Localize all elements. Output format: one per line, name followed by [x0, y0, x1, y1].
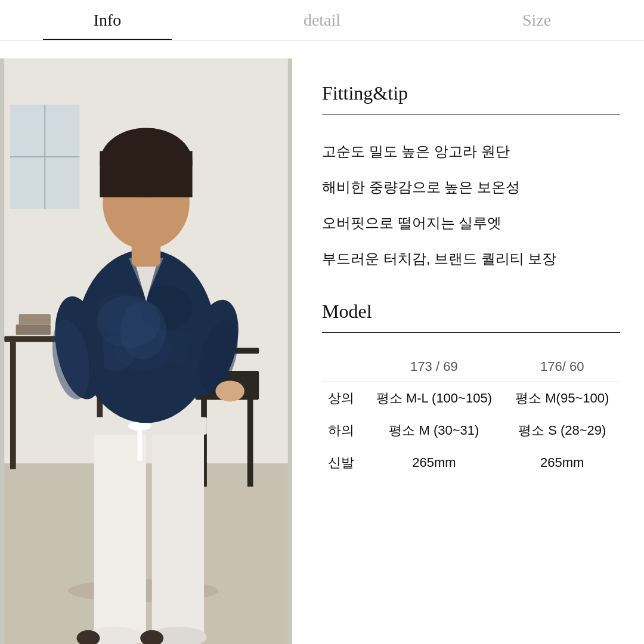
fitting-divider	[322, 114, 620, 114]
table-header-empty	[322, 352, 364, 382]
svg-rect-42	[16, 324, 51, 335]
fitting-item-4: 부드러운 터치감, 브랜드 퀄리티 보장	[322, 241, 620, 277]
table-header-col1: 173 / 69	[364, 352, 504, 382]
table-row-sinbal: 신발 265mm 265mm	[322, 447, 620, 479]
row-sangui-col1: 평소 M-L (100~105)	[364, 382, 504, 415]
tab-size[interactable]: Size	[429, 0, 644, 40]
row-sangui-col2: 평소 M(95~100)	[504, 382, 620, 415]
table-header-row: 173 / 69 176/ 60	[322, 352, 620, 382]
fitting-list: 고순도 밀도 높은 앙고라 원단 해비한 중량감으로 높은 보온성 오버핏으로 …	[322, 134, 620, 277]
product-image-area	[0, 58, 292, 644]
row-label-haui: 하의	[322, 414, 364, 447]
table-header-col2: 176/ 60	[504, 352, 620, 382]
fitting-item-1: 고순도 밀도 높은 앙고라 원단	[322, 134, 620, 169]
tab-detail[interactable]: detail	[215, 0, 429, 40]
svg-rect-43	[19, 314, 51, 324]
fitting-section: Fitting&tip 고순도 밀도 높은 앙고라 원단 해비한 중량감으로 높…	[322, 82, 620, 277]
row-label-sinbal: 신발	[322, 447, 364, 479]
right-info: Fitting&tip 고순도 밀도 높은 앙고라 원단 해비한 중량감으로 높…	[292, 41, 644, 644]
row-label-sangui: 상의	[322, 382, 364, 415]
fitting-item-2: 해비한 중량감으로 높은 보온성	[322, 169, 620, 205]
main-content: Fitting&tip 고순도 밀도 높은 앙고라 원단 해비한 중량감으로 높…	[0, 41, 644, 644]
fitting-title: Fitting&tip	[322, 82, 620, 104]
model-title: Model	[322, 301, 620, 323]
row-haui-col2: 평소 S (28~29)	[504, 414, 620, 447]
row-sinbal-col2: 265mm	[504, 447, 620, 479]
svg-rect-15	[152, 429, 204, 643]
row-sinbal-col1: 265mm	[364, 447, 504, 479]
svg-rect-37	[100, 151, 192, 197]
svg-point-26	[120, 302, 166, 360]
svg-rect-8	[10, 342, 16, 469]
svg-rect-17	[137, 426, 142, 460]
model-section: Model 173 / 69 176/ 60 상의 평소 M-L (100~10…	[322, 301, 620, 479]
tab-bar: Info detail Size	[0, 0, 644, 41]
tab-info[interactable]: Info	[0, 0, 215, 40]
model-divider	[322, 332, 620, 333]
model-table: 173 / 69 176/ 60 상의 평소 M-L (100~105) 평소 …	[322, 352, 620, 479]
svg-point-31	[215, 380, 244, 401]
table-row-haui: 하의 평소 M (30~31) 평소 S (28~29)	[322, 414, 620, 447]
fitting-item-3: 오버핏으로 떨어지는 실루엣	[322, 205, 620, 241]
row-haui-col1: 평소 M (30~31)	[364, 414, 504, 447]
table-row-sangui: 상의 평소 M-L (100~105) 평소 M(95~100)	[322, 382, 620, 415]
svg-rect-14	[94, 429, 146, 643]
